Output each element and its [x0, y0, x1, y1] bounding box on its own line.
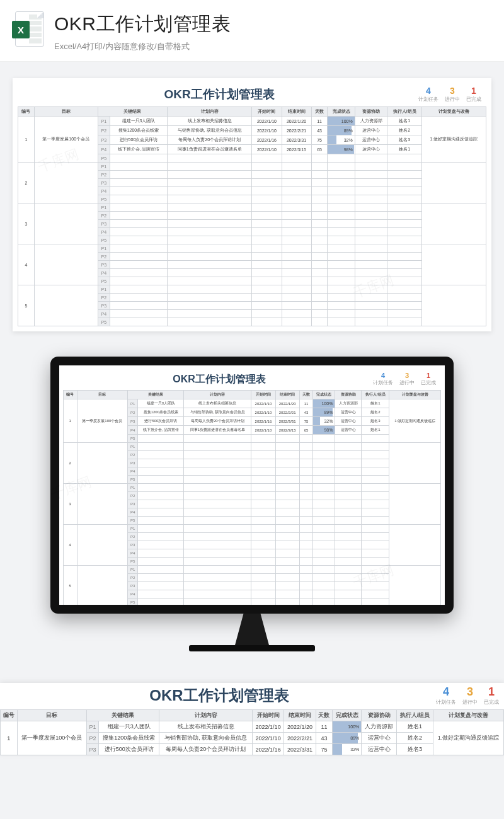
owner-cell [362, 476, 389, 484]
end-cell: 2022/2/21 [275, 408, 299, 417]
days-cell [311, 302, 328, 310]
days-cell [311, 212, 328, 220]
owner-cell [387, 261, 421, 269]
owner-cell [362, 541, 389, 549]
kr-task [138, 558, 184, 566]
resource-cell [355, 163, 387, 171]
col-header: 资源协助 [335, 391, 362, 399]
days-cell [299, 508, 313, 517]
kr-code: P2 [86, 733, 98, 744]
review-cell [421, 285, 486, 326]
resource-cell [335, 525, 362, 533]
kr-task [110, 220, 167, 228]
kr-task [110, 179, 167, 187]
end-cell [282, 163, 311, 171]
owner-cell [387, 203, 421, 212]
kr-code: P5 [128, 435, 138, 443]
monitor-base [189, 645, 315, 651]
start-cell [251, 476, 275, 484]
owner-cell [362, 558, 389, 566]
resource-cell: 运营中心 [335, 408, 362, 417]
progress-cell [328, 244, 355, 253]
progress-cell: 32% [328, 135, 355, 145]
progress-cell [328, 187, 355, 195]
kr-code: P1 [98, 117, 110, 126]
owner-cell [387, 154, 421, 163]
kr-task [138, 443, 184, 451]
plan-cell [168, 236, 252, 244]
resource-cell [335, 598, 362, 605]
start-cell [252, 244, 282, 253]
plan-cell [168, 220, 252, 228]
group-id: 5 [18, 285, 35, 326]
col-header: 结束时间 [282, 107, 311, 117]
end-cell: 2022/1/20 [275, 399, 299, 408]
plan-cell [184, 598, 251, 605]
end-cell [282, 220, 311, 228]
review-cell [389, 443, 441, 484]
resource-cell [355, 269, 387, 277]
start-cell [251, 508, 275, 517]
review-cell [421, 163, 486, 203]
days-cell [299, 541, 313, 549]
plan-cell [168, 294, 252, 302]
kr-task [138, 435, 184, 443]
kr-code: P2 [98, 212, 110, 220]
resource-cell: 人力资源部 [335, 399, 362, 408]
days-cell: 11 [311, 117, 328, 126]
days-cell: 11 [299, 399, 313, 408]
owner-cell [387, 294, 421, 302]
owner-cell [387, 277, 421, 285]
start-cell [252, 195, 282, 203]
start-cell [251, 598, 275, 605]
days-cell [299, 467, 313, 476]
start-cell [251, 435, 275, 443]
objective-cell [34, 163, 98, 203]
kr-task [110, 310, 167, 318]
start-cell [251, 549, 275, 558]
plan-cell [184, 492, 251, 500]
plan-cell [168, 261, 252, 269]
plan-cell [184, 467, 251, 476]
end-cell [275, 549, 299, 558]
end-cell [282, 195, 311, 203]
resource-cell [355, 285, 387, 294]
kr-code: P5 [98, 236, 110, 244]
kr-task [110, 285, 167, 294]
kr-code: P5 [128, 517, 138, 525]
owner-cell [362, 500, 389, 508]
plan-cell: 与销售部协助, 获取意向会员信息 [184, 408, 251, 417]
progress-cell [313, 549, 335, 558]
kr-code: P3 [98, 220, 110, 228]
objective-cell: 第一季度发展100个会员 [77, 399, 128, 443]
kr-code: P2 [98, 171, 110, 179]
end-cell [275, 598, 299, 605]
end-cell: 2022/1/20 [284, 721, 316, 733]
plan-cell [184, 517, 251, 525]
plan-cell [184, 549, 251, 558]
days-cell [299, 558, 313, 566]
days-cell [299, 533, 313, 541]
kr-code: P3 [98, 135, 110, 145]
end-cell [275, 508, 299, 517]
start-cell: 2022/1/16 [252, 744, 284, 755]
end-cell [282, 212, 311, 220]
stat-1: 3进行中 [462, 685, 478, 706]
end-cell [282, 285, 311, 294]
days-cell [311, 294, 328, 302]
owner-cell [362, 508, 389, 517]
col-header: 完成状态 [333, 710, 362, 721]
end-cell [275, 533, 299, 541]
owner-cell: 姓名1 [362, 426, 389, 435]
resource-cell [355, 294, 387, 302]
progress-cell [328, 318, 355, 326]
plan-cell [184, 574, 251, 582]
kr-code: P2 [128, 533, 138, 541]
group-id: 4 [18, 244, 35, 285]
plan-cell [184, 459, 251, 467]
end-cell [282, 269, 311, 277]
col-header: 完成状态 [313, 391, 335, 399]
stat-1: 3进行中 [399, 372, 415, 386]
kr-task [110, 244, 167, 253]
days-cell [299, 590, 313, 598]
